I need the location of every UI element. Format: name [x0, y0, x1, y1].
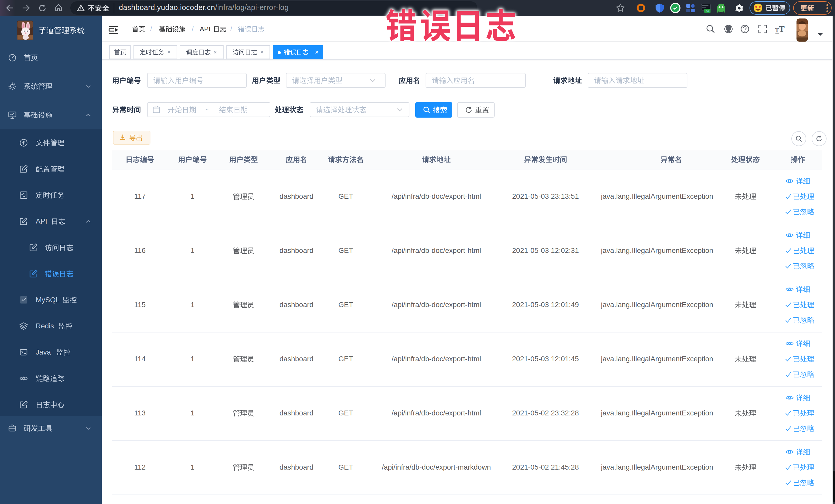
svg-text:T: T	[775, 27, 779, 33]
svg-text:T: T	[779, 25, 785, 34]
svg-text:on: on	[706, 9, 709, 13]
